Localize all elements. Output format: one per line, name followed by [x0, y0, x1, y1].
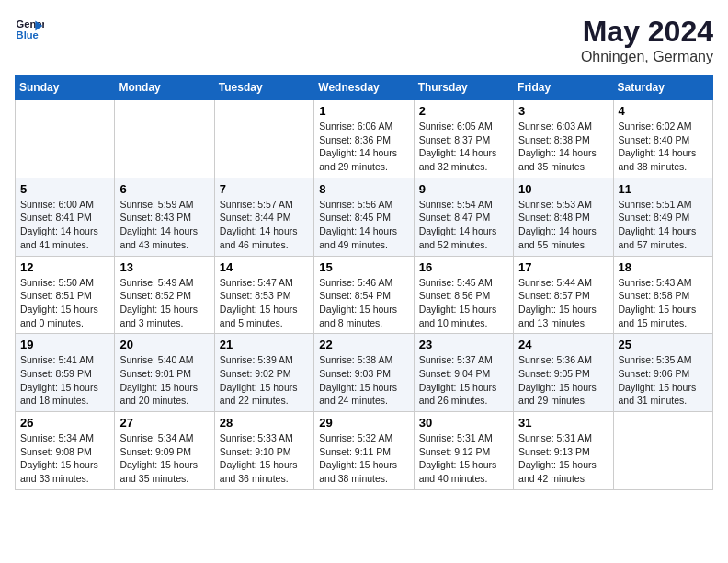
weekday-label: Wednesday — [314, 75, 414, 100]
calendar-day-cell — [613, 412, 712, 490]
day-info: Sunrise: 6:02 AM Sunset: 8:40 PM Dayligh… — [619, 120, 708, 174]
day-number: 15 — [319, 260, 408, 274]
calendar-day-cell: 21Sunrise: 5:39 AM Sunset: 9:02 PM Dayli… — [214, 334, 313, 412]
day-info: Sunrise: 5:44 AM Sunset: 8:57 PM Dayligh… — [518, 276, 608, 330]
day-number: 11 — [619, 182, 708, 196]
day-number: 30 — [419, 416, 508, 430]
day-info: Sunrise: 5:34 AM Sunset: 9:08 PM Dayligh… — [20, 431, 109, 486]
day-info: Sunrise: 5:32 AM Sunset: 9:11 PM Dayligh… — [319, 431, 408, 486]
day-number: 5 — [20, 182, 109, 196]
day-number: 16 — [419, 260, 508, 274]
day-info: Sunrise: 5:45 AM Sunset: 8:56 PM Dayligh… — [419, 276, 508, 330]
day-info: Sunrise: 5:46 AM Sunset: 8:54 PM Dayligh… — [319, 276, 408, 330]
calendar-day-cell: 2Sunrise: 6:05 AM Sunset: 8:37 PM Daylig… — [414, 100, 513, 178]
day-info: Sunrise: 5:43 AM Sunset: 8:58 PM Dayligh… — [619, 276, 708, 330]
calendar-day-cell: 27Sunrise: 5:34 AM Sunset: 9:09 PM Dayli… — [115, 412, 214, 490]
calendar-day-cell: 18Sunrise: 5:43 AM Sunset: 8:58 PM Dayli… — [613, 256, 712, 334]
day-info: Sunrise: 5:53 AM Sunset: 8:48 PM Dayligh… — [518, 198, 608, 252]
calendar-day-cell: 6Sunrise: 5:59 AM Sunset: 8:43 PM Daylig… — [115, 178, 214, 256]
day-info: Sunrise: 5:38 AM Sunset: 9:03 PM Dayligh… — [319, 353, 408, 408]
calendar-week-row: 12Sunrise: 5:50 AM Sunset: 8:51 PM Dayli… — [16, 256, 713, 334]
day-number: 9 — [419, 182, 508, 196]
calendar-day-cell: 16Sunrise: 5:45 AM Sunset: 8:56 PM Dayli… — [414, 256, 513, 334]
calendar-day-cell: 4Sunrise: 6:02 AM Sunset: 8:40 PM Daylig… — [613, 100, 712, 178]
day-info: Sunrise: 5:37 AM Sunset: 9:04 PM Dayligh… — [419, 353, 508, 408]
calendar-day-cell: 5Sunrise: 6:00 AM Sunset: 8:41 PM Daylig… — [16, 178, 115, 256]
title-block: May 2024 Ohningen, Germany — [581, 15, 713, 65]
calendar-week-row: 19Sunrise: 5:41 AM Sunset: 8:59 PM Dayli… — [16, 334, 713, 412]
day-number: 3 — [518, 104, 608, 118]
day-number: 18 — [619, 260, 708, 274]
calendar-day-cell — [214, 100, 313, 178]
weekday-label: Tuesday — [214, 75, 313, 100]
calendar-day-cell: 25Sunrise: 5:35 AM Sunset: 9:06 PM Dayli… — [613, 334, 712, 412]
day-number: 14 — [220, 260, 309, 274]
calendar-day-cell: 28Sunrise: 5:33 AM Sunset: 9:10 PM Dayli… — [214, 412, 313, 490]
weekday-header-row: SundayMondayTuesdayWednesdayThursdayFrid… — [16, 75, 713, 100]
day-number: 24 — [518, 338, 608, 351]
day-number: 2 — [419, 104, 508, 118]
day-number: 19 — [20, 338, 109, 351]
day-info: Sunrise: 6:06 AM Sunset: 8:36 PM Dayligh… — [319, 120, 408, 174]
location: Ohningen, Germany — [581, 49, 713, 65]
logo: General Blue — [15, 15, 44, 44]
calendar-day-cell: 23Sunrise: 5:37 AM Sunset: 9:04 PM Dayli… — [414, 334, 513, 412]
day-number: 8 — [319, 182, 408, 196]
day-number: 21 — [220, 338, 309, 351]
calendar-day-cell: 14Sunrise: 5:47 AM Sunset: 8:53 PM Dayli… — [214, 256, 313, 334]
calendar-week-row: 26Sunrise: 5:34 AM Sunset: 9:08 PM Dayli… — [16, 412, 713, 490]
day-number: 12 — [20, 260, 109, 274]
day-info: Sunrise: 5:54 AM Sunset: 8:47 PM Dayligh… — [419, 198, 508, 252]
calendar-day-cell: 31Sunrise: 5:31 AM Sunset: 9:13 PM Dayli… — [514, 412, 613, 490]
calendar-week-row: 5Sunrise: 6:00 AM Sunset: 8:41 PM Daylig… — [16, 178, 713, 256]
day-info: Sunrise: 5:31 AM Sunset: 9:13 PM Dayligh… — [518, 431, 608, 486]
weekday-label: Friday — [514, 75, 613, 100]
calendar-day-cell: 26Sunrise: 5:34 AM Sunset: 9:08 PM Dayli… — [16, 412, 115, 490]
weekday-label: Saturday — [613, 75, 712, 100]
calendar-day-cell: 1Sunrise: 6:06 AM Sunset: 8:36 PM Daylig… — [314, 100, 414, 178]
svg-text:Blue: Blue — [17, 29, 39, 40]
calendar-week-row: 1Sunrise: 6:06 AM Sunset: 8:36 PM Daylig… — [16, 100, 713, 178]
calendar-day-cell: 13Sunrise: 5:49 AM Sunset: 8:52 PM Dayli… — [115, 256, 214, 334]
day-info: Sunrise: 5:59 AM Sunset: 8:43 PM Dayligh… — [119, 198, 209, 252]
day-info: Sunrise: 5:47 AM Sunset: 8:53 PM Dayligh… — [220, 276, 309, 330]
day-info: Sunrise: 5:50 AM Sunset: 8:51 PM Dayligh… — [20, 276, 109, 330]
day-info: Sunrise: 5:49 AM Sunset: 8:52 PM Dayligh… — [119, 276, 209, 330]
logo-icon: General Blue — [15, 15, 44, 44]
calendar-day-cell: 7Sunrise: 5:57 AM Sunset: 8:44 PM Daylig… — [214, 178, 313, 256]
calendar-day-cell — [16, 100, 115, 178]
calendar-day-cell: 15Sunrise: 5:46 AM Sunset: 8:54 PM Dayli… — [314, 256, 414, 334]
day-info: Sunrise: 6:03 AM Sunset: 8:38 PM Dayligh… — [518, 120, 608, 174]
page-header: General Blue May 2024 Ohningen, Germany — [15, 15, 713, 65]
day-number: 4 — [619, 104, 708, 118]
calendar-day-cell: 19Sunrise: 5:41 AM Sunset: 8:59 PM Dayli… — [16, 334, 115, 412]
day-info: Sunrise: 6:05 AM Sunset: 8:37 PM Dayligh… — [419, 120, 508, 174]
day-number: 10 — [518, 182, 608, 196]
calendar-day-cell: 17Sunrise: 5:44 AM Sunset: 8:57 PM Dayli… — [514, 256, 613, 334]
day-info: Sunrise: 6:00 AM Sunset: 8:41 PM Dayligh… — [20, 198, 109, 252]
weekday-label: Thursday — [414, 75, 513, 100]
day-number: 6 — [119, 182, 209, 196]
day-info: Sunrise: 5:35 AM Sunset: 9:06 PM Dayligh… — [619, 353, 708, 408]
day-info: Sunrise: 5:33 AM Sunset: 9:10 PM Dayligh… — [220, 431, 309, 486]
calendar-day-cell: 22Sunrise: 5:38 AM Sunset: 9:03 PM Dayli… — [314, 334, 414, 412]
day-number: 22 — [319, 338, 408, 351]
day-number: 26 — [20, 416, 109, 430]
day-info: Sunrise: 5:41 AM Sunset: 8:59 PM Dayligh… — [20, 353, 109, 408]
day-number: 29 — [319, 416, 408, 430]
calendar-day-cell: 24Sunrise: 5:36 AM Sunset: 9:05 PM Dayli… — [514, 334, 613, 412]
calendar-day-cell — [115, 100, 214, 178]
day-number: 13 — [119, 260, 209, 274]
day-info: Sunrise: 5:34 AM Sunset: 9:09 PM Dayligh… — [119, 431, 209, 486]
day-number: 23 — [419, 338, 508, 351]
day-info: Sunrise: 5:36 AM Sunset: 9:05 PM Dayligh… — [518, 353, 608, 408]
day-info: Sunrise: 5:40 AM Sunset: 9:01 PM Dayligh… — [119, 353, 209, 408]
calendar-day-cell: 3Sunrise: 6:03 AM Sunset: 8:38 PM Daylig… — [514, 100, 613, 178]
day-info: Sunrise: 5:31 AM Sunset: 9:12 PM Dayligh… — [419, 431, 508, 486]
day-info: Sunrise: 5:57 AM Sunset: 8:44 PM Dayligh… — [220, 198, 309, 252]
weekday-label: Sunday — [16, 75, 115, 100]
calendar-day-cell: 30Sunrise: 5:31 AM Sunset: 9:12 PM Dayli… — [414, 412, 513, 490]
calendar-day-cell: 8Sunrise: 5:56 AM Sunset: 8:45 PM Daylig… — [314, 178, 414, 256]
day-number: 28 — [220, 416, 309, 430]
day-number: 1 — [319, 104, 408, 118]
